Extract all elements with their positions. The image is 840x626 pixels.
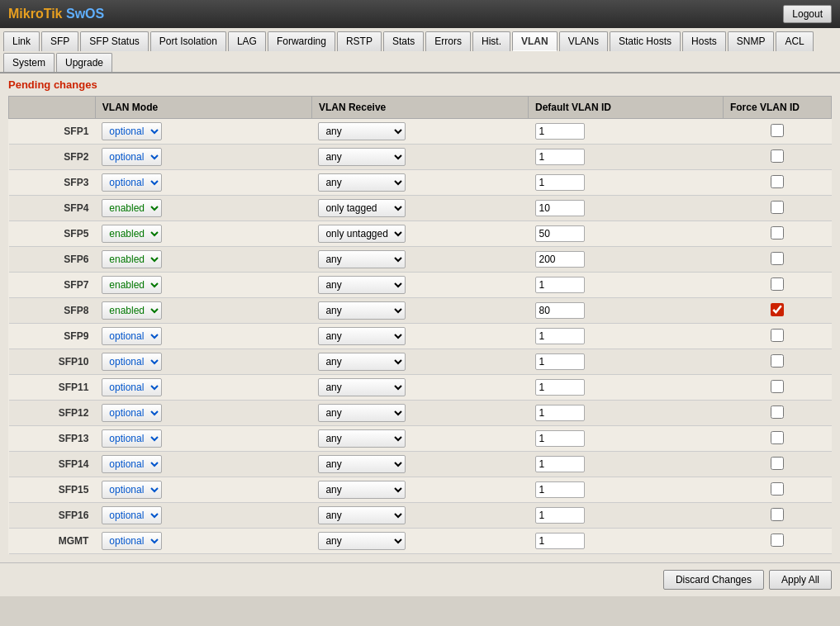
nav-tab-static-hosts[interactable]: Static Hosts [610,31,681,51]
default-vlan-id-input[interactable] [535,123,585,140]
vlan-receive-cell: anyonly taggedonly untagged [311,196,528,221]
force-vlan-checkbox[interactable] [771,226,784,239]
nav-tab-errors[interactable]: Errors [425,31,471,51]
table-row: SFP12optionalenabledstrictanyonly tagged… [9,401,832,426]
vlan-receive-select[interactable]: anyonly taggedonly untagged [318,225,406,243]
vlan-mode-select[interactable]: optionalenabledstrict [102,455,162,473]
default-vlan-id-input[interactable] [535,379,585,396]
vlan-receive-select[interactable]: anyonly taggedonly untagged [318,455,406,473]
vlan-mode-select[interactable]: optionalenabledstrict [102,506,162,524]
vlan-receive-select[interactable]: anyonly taggedonly untagged [318,199,406,217]
vlan-mode-select[interactable]: optionalenabledstrict [102,429,162,448]
vlan-receive-select[interactable]: anyonly taggedonly untagged [318,506,406,524]
apply-all-button[interactable]: Apply All [769,570,832,590]
vlan-receive-select[interactable]: anyonly taggedonly untagged [318,532,406,550]
vlan-mode-select[interactable]: optionalenabledstrict [102,148,162,166]
nav-tab-rstp[interactable]: RSTP [337,31,382,51]
vlan-receive-select[interactable]: anyonly taggedonly untagged [318,327,406,345]
vlan-mode-select[interactable]: optionalenabledstrict [102,532,162,550]
table-row: SFP4optionalenabledstrictanyonly taggedo… [9,196,832,221]
default-vlan-id-input[interactable] [535,200,585,216]
default-vlan-id-cell [529,247,724,273]
vlan-receive-select[interactable]: anyonly taggedonly untagged [318,276,406,294]
default-vlan-id-input[interactable] [535,328,585,344]
force-vlan-checkbox[interactable] [771,329,784,342]
force-vlan-checkbox[interactable] [771,277,784,291]
nav-tab-hosts[interactable]: Hosts [682,31,726,51]
force-vlan-checkbox[interactable] [771,457,784,470]
nav-tab-link[interactable]: Link [3,31,40,51]
force-vlan-checkbox[interactable] [771,380,784,393]
nav-tab-forwarding[interactable]: Forwarding [268,31,335,51]
default-vlan-id-input[interactable] [535,481,585,498]
vlan-receive-select[interactable]: anyonly taggedonly untagged [318,148,406,166]
vlan-receive-select[interactable]: anyonly taggedonly untagged [318,429,406,448]
default-vlan-id-input[interactable] [535,277,585,293]
nav-tab-vlan[interactable]: VLAN [512,31,558,51]
default-vlan-id-cell [529,170,724,196]
nav-tab-sfp[interactable]: SFP [41,31,78,51]
default-vlan-id-input[interactable] [535,430,585,447]
force-vlan-checkbox[interactable] [771,508,784,521]
default-vlan-id-input[interactable] [535,225,585,242]
default-vlan-id-input[interactable] [535,174,585,191]
vlan-mode-select[interactable]: optionalenabledstrict [102,353,162,371]
vlan-receive-select[interactable]: anyonly taggedonly untagged [318,122,406,140]
nav-tab-hist.[interactable]: Hist. [472,31,510,51]
nav-tab-snmp[interactable]: SNMP [728,31,775,51]
default-vlan-id-input[interactable] [535,507,585,524]
nav-tab-vlans[interactable]: VLANs [559,31,608,51]
force-vlan-checkbox[interactable] [771,149,784,163]
vlan-receive-select[interactable]: anyonly taggedonly untagged [318,173,406,192]
default-vlan-id-input[interactable] [535,302,585,319]
vlan-mode-select[interactable]: optionalenabledstrict [102,199,162,217]
vlan-receive-select[interactable]: anyonly taggedonly untagged [318,301,406,320]
vlan-mode-select[interactable]: optionalenabledstrict [102,250,162,268]
default-vlan-id-input[interactable] [535,405,585,421]
vlan-receive-select[interactable]: anyonly taggedonly untagged [318,481,406,499]
default-vlan-id-cell [529,529,724,554]
nav-tab-stats[interactable]: Stats [383,31,424,51]
nav-tab-lag[interactable]: LAG [228,31,266,51]
default-vlan-id-input[interactable] [535,353,585,370]
force-vlan-checkbox[interactable] [771,175,784,188]
default-vlan-id-input[interactable] [535,251,585,268]
vlan-receive-select[interactable]: anyonly taggedonly untagged [318,250,406,268]
nav-tab-system[interactable]: System [3,53,55,72]
force-vlan-checkbox[interactable] [771,405,784,419]
logout-button[interactable]: Logout [783,5,832,23]
force-vlan-checkbox[interactable] [771,303,784,316]
nav-tab-port-isolation[interactable]: Port Isolation [150,31,226,51]
force-vlan-checkbox[interactable] [771,252,784,265]
vlan-mode-select[interactable]: optionalenabledstrict [102,481,162,499]
vlan-receive-select[interactable]: anyonly taggedonly untagged [318,378,406,396]
default-vlan-id-input[interactable] [535,533,585,549]
force-vlan-checkbox[interactable] [771,124,784,137]
discard-changes-button[interactable]: Discard Changes [663,570,764,590]
vlan-mode-select[interactable]: optionalenabledstrict [102,276,162,294]
force-vlan-checkbox[interactable] [771,201,784,214]
vlan-mode-select[interactable]: optionalenabledstrict [102,404,162,422]
table-row: MGMToptionalenabledstrictanyonly taggedo… [9,529,832,554]
force-vlan-checkbox[interactable] [771,482,784,496]
vlan-mode-select[interactable]: optionalenabledstrict [102,173,162,192]
default-vlan-id-input[interactable] [535,149,585,165]
vlan-receive-cell: anyonly taggedonly untagged [311,529,528,554]
force-vlan-checkbox[interactable] [771,431,784,444]
nav-tab-upgrade[interactable]: Upgrade [56,53,112,72]
force-vlan-cell [723,452,831,477]
vlan-mode-select[interactable]: optionalenabledstrict [102,301,162,320]
force-vlan-checkbox[interactable] [771,354,784,368]
force-vlan-cell [723,221,831,247]
nav-tab-acl[interactable]: ACL [776,31,813,51]
vlan-mode-select[interactable]: optionalenabledstrict [102,378,162,396]
vlan-mode-select[interactable]: optionalenabledstrict [102,327,162,345]
vlan-mode-select[interactable]: optionalenabledstrict [102,122,162,140]
force-vlan-checkbox[interactable] [771,534,784,547]
default-vlan-id-input[interactable] [535,456,585,472]
vlan-mode-select[interactable]: optionalenabledstrict [102,225,162,243]
force-vlan-cell [723,477,831,503]
vlan-receive-select[interactable]: anyonly taggedonly untagged [318,353,406,371]
nav-tab-sfp-status[interactable]: SFP Status [80,31,148,51]
vlan-receive-select[interactable]: anyonly taggedonly untagged [318,404,406,422]
